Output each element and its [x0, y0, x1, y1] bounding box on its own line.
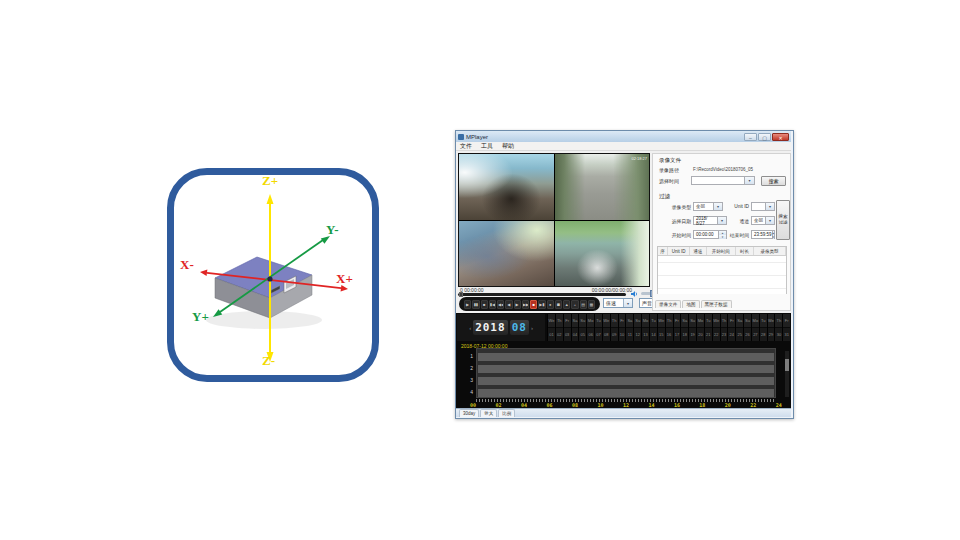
- timeline-plot[interactable]: [476, 348, 776, 398]
- axes-figure-frame: Z+ Z- X- X+ Y- Y+: [167, 168, 379, 382]
- day-cell[interactable]: Th 30: [774, 314, 782, 341]
- day-cell[interactable]: Fr 10: [618, 314, 626, 341]
- timeline-track[interactable]: [478, 365, 774, 373]
- transport-button[interactable]: ●: [547, 300, 554, 309]
- transport-button[interactable]: ▦: [588, 300, 595, 309]
- day-grid: We 01 Th 02 Fr 03 Sa 04 Su: [547, 314, 790, 341]
- window-titlebar[interactable]: MPlayer – ▢ ✕: [456, 131, 791, 142]
- transport-button[interactable]: ◀: [505, 300, 512, 309]
- end-time-spinner[interactable]: 23:59:59 ▴ ▾: [751, 230, 775, 239]
- video-grid: 02:18:27: [458, 153, 650, 287]
- speed-select[interactable]: 倍速 ▾: [603, 298, 633, 308]
- search-button[interactable]: 搜索: [761, 176, 786, 186]
- transport-button[interactable]: ▶▮: [538, 300, 545, 309]
- channel-select[interactable]: 全部 ▾: [751, 216, 775, 225]
- transport-button[interactable]: ■: [530, 300, 537, 309]
- day-cell[interactable]: Th 02: [555, 314, 563, 341]
- maximize-button[interactable]: ▢: [758, 133, 771, 141]
- day-cell[interactable]: Sa 11: [625, 314, 633, 341]
- timeline-track[interactable]: [478, 389, 774, 397]
- day-cell[interactable]: Fr 24: [727, 314, 735, 341]
- menu-item[interactable]: 文件: [460, 142, 472, 151]
- day-cell[interactable]: We 22: [712, 314, 720, 341]
- day-cell[interactable]: We 08: [602, 314, 610, 341]
- record-type-label: 录像类型: [661, 204, 691, 210]
- day-cell[interactable]: Fr 03: [563, 314, 571, 341]
- results-column-header[interactable]: 时长: [736, 247, 754, 255]
- day-cell[interactable]: Tu 14: [649, 314, 657, 341]
- day-cell[interactable]: Sa 04: [571, 314, 579, 341]
- transport-button[interactable]: ▤: [580, 300, 587, 309]
- day-cell[interactable]: Mo 27: [751, 314, 759, 341]
- transport-button[interactable]: ◼: [555, 300, 562, 309]
- minimize-button[interactable]: –: [744, 133, 757, 141]
- panel-tab[interactable]: 地图: [682, 300, 699, 308]
- results-table-body[interactable]: [658, 256, 786, 294]
- start-time-value: 00:00:00: [696, 232, 714, 237]
- transport-button[interactable]: ■: [481, 300, 488, 309]
- day-cell[interactable]: Th 16: [665, 314, 673, 341]
- day-cell[interactable]: Tu 07: [594, 314, 602, 341]
- video-channel-4[interactable]: [555, 221, 650, 287]
- day-cell[interactable]: Th 23: [720, 314, 728, 341]
- view-tab[interactable]: 30day: [459, 409, 479, 417]
- video-channel-3[interactable]: [459, 221, 554, 287]
- day-cell[interactable]: Su 19: [688, 314, 696, 341]
- day-cell[interactable]: Tu 28: [759, 314, 767, 341]
- results-column-header[interactable]: 通道: [690, 247, 707, 255]
- prev-month-arrow[interactable]: ‹: [469, 325, 471, 331]
- day-cell[interactable]: Fr 31: [782, 314, 790, 341]
- transport-button[interactable]: ▮◀: [489, 300, 496, 309]
- spinner-down-icon[interactable]: ▾: [773, 235, 775, 239]
- results-column-header[interactable]: 开始时间: [707, 247, 736, 255]
- view-tab[interactable]: 放大: [480, 409, 497, 417]
- seek-thumb[interactable]: [459, 292, 463, 297]
- day-cell[interactable]: Su 12: [633, 314, 641, 341]
- panel-tab[interactable]: 录像文件: [655, 300, 681, 308]
- results-column-header[interactable]: 录像类型: [754, 247, 786, 255]
- view-tab[interactable]: 比例: [498, 409, 515, 417]
- day-cell[interactable]: Sa 18: [680, 314, 688, 341]
- time-combobox[interactable]: ▾: [691, 176, 755, 185]
- day-cell[interactable]: Mo 06: [586, 314, 594, 341]
- day-cell[interactable]: Mo 20: [696, 314, 704, 341]
- day-cell[interactable]: We 01: [547, 314, 555, 341]
- menu-item[interactable]: 工具: [481, 142, 493, 151]
- day-cell[interactable]: We 15: [657, 314, 665, 341]
- transport-button[interactable]: ▶▶: [522, 300, 529, 309]
- volume-icon[interactable]: [631, 290, 639, 298]
- transport-button[interactable]: ▶: [464, 300, 471, 309]
- day-weekday: Sa: [681, 314, 688, 328]
- video-channel-1[interactable]: [459, 154, 554, 220]
- day-cell[interactable]: Su 05: [578, 314, 586, 341]
- video-channel-2[interactable]: 02:18:27: [555, 154, 650, 220]
- seek-bar[interactable]: [458, 293, 626, 296]
- timeline-scrollbar[interactable]: [785, 351, 789, 397]
- scrollbar-thumb[interactable]: [785, 359, 789, 371]
- day-cell[interactable]: Mo 13: [641, 314, 649, 341]
- next-month-arrow[interactable]: ›: [531, 325, 533, 331]
- record-type-select[interactable]: 全部 ▾: [693, 202, 723, 211]
- day-cell[interactable]: Tu 21: [704, 314, 712, 341]
- day-cell[interactable]: Th 09: [610, 314, 618, 341]
- panel-tab[interactable]: 黑匣子数据: [701, 300, 732, 308]
- close-button[interactable]: ✕: [772, 133, 789, 141]
- results-column-header[interactable]: Unit ID: [668, 247, 690, 255]
- transport-button[interactable]: +: [571, 300, 578, 309]
- transport-button[interactable]: ◀◀: [497, 300, 504, 309]
- transport-button[interactable]: ▮▮: [472, 300, 479, 309]
- timeline-track[interactable]: [478, 353, 774, 361]
- menu-item[interactable]: 帮助: [502, 142, 514, 151]
- transport-button[interactable]: ▶: [514, 300, 521, 309]
- day-cell[interactable]: Sa 25: [735, 314, 743, 341]
- results-column-header[interactable]: 序: [658, 247, 668, 255]
- day-cell[interactable]: We 29: [767, 314, 775, 341]
- filter-search-button[interactable]: 搜索过滤: [776, 200, 790, 240]
- day-number: 12: [634, 328, 641, 342]
- unit-id-select[interactable]: ▾: [751, 202, 775, 211]
- day-cell[interactable]: Su 26: [743, 314, 751, 341]
- day-cell[interactable]: Fr 17: [673, 314, 681, 341]
- timeline-track[interactable]: [478, 377, 774, 385]
- transport-button[interactable]: ▲: [563, 300, 570, 309]
- chevron-down-icon: ▾: [765, 217, 774, 224]
